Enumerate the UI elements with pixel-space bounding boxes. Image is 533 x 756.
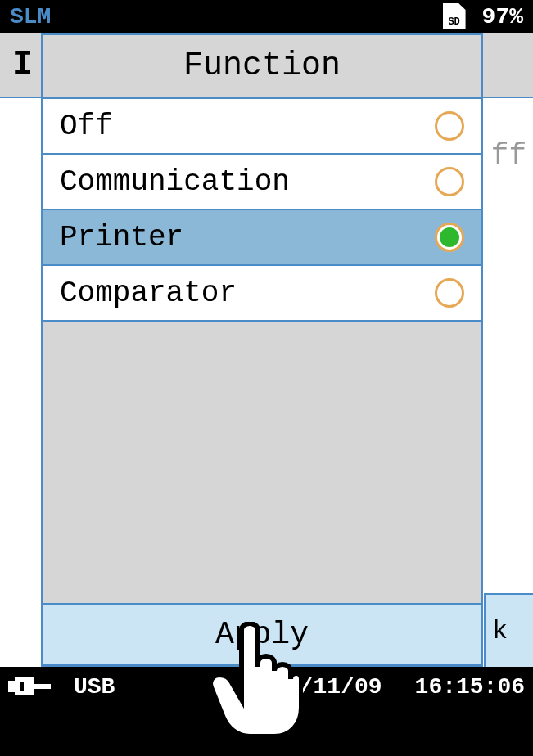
radio-icon <box>435 167 464 196</box>
black-bottom <box>0 706 533 756</box>
option-label: Communication <box>60 165 290 199</box>
option-communication[interactable]: Communication <box>43 155 481 210</box>
spacer <box>43 322 481 603</box>
battery-level: 97% <box>482 4 523 29</box>
mode-label: SLM <box>10 4 51 29</box>
option-comparator[interactable]: Comparator <box>43 266 481 322</box>
function-dialog: Function Off Communication Printer Compa… <box>41 33 483 667</box>
dialog-title: Function <box>43 35 481 99</box>
date-label: /11/09 <box>300 674 382 700</box>
main-area: I ff k Function Off Communication Printe… <box>0 33 533 667</box>
option-printer[interactable]: Printer <box>43 210 481 266</box>
radio-icon <box>435 111 464 141</box>
radio-icon <box>435 278 464 308</box>
background-right-text: ff <box>491 139 526 173</box>
option-label: Printer <box>60 221 183 254</box>
connection-label: USB <box>74 674 115 700</box>
sd-card-icon: SD <box>443 3 466 29</box>
status-bar: SLM SD 97% <box>0 0 533 33</box>
option-off[interactable]: Off <box>43 99 481 155</box>
svg-rect-0 <box>8 681 15 692</box>
time-label: 16:15:06 <box>415 674 525 700</box>
option-label: Comparator <box>60 277 237 310</box>
option-list: Off Communication Printer Comparator <box>43 99 481 322</box>
status-right: SD 97% <box>443 3 523 29</box>
option-label: Off <box>60 110 113 143</box>
background-right-k[interactable]: k <box>484 593 533 667</box>
connector-icon <box>8 674 57 699</box>
radio-icon-checked <box>435 223 464 252</box>
apply-button[interactable]: Apply <box>43 603 481 664</box>
svg-rect-3 <box>34 684 51 689</box>
svg-rect-1 <box>15 677 34 695</box>
bottom-bar: USB /11/09 16:15:06 <box>0 667 533 706</box>
svg-rect-2 <box>20 682 24 691</box>
